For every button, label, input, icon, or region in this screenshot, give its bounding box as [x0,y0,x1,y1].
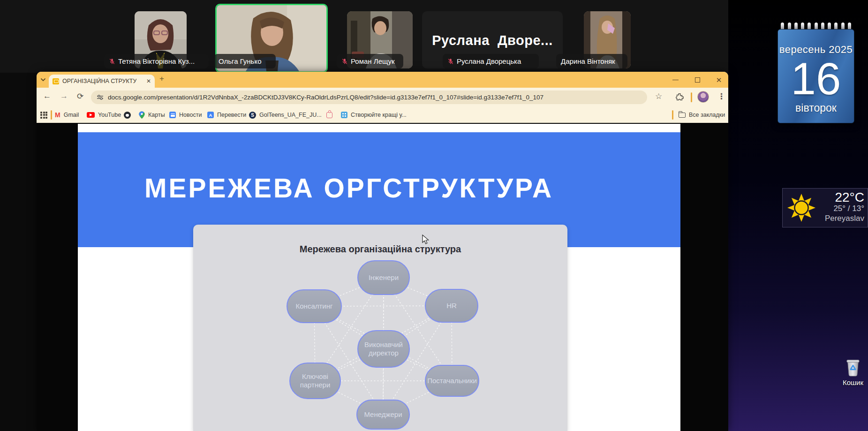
window-minimize-button[interactable] [666,72,685,88]
toolbar-separator [691,92,692,102]
weather-location: Pereyaslav [825,214,864,223]
weather-high-low: 25° / 13° [825,204,864,213]
weather-temperature: 22°C [825,190,864,204]
browser-tab-active[interactable]: ОРГАНІЗАЦІЙНА СТРУКТУРА - ✕ [49,75,155,88]
participant-name-pill: Роман Лещук [337,54,403,68]
reload-button[interactable]: ⟳ [77,91,83,101]
google-slides-favicon [53,78,59,84]
mouse-cursor [421,234,430,245]
participant-name-pill: Руслана Дворецька [443,54,539,68]
github-icon [124,112,131,119]
apps-grid-icon [40,112,47,119]
address-bar[interactable]: docs.google.com/presentation/d/1R2VdNnba… [91,91,647,104]
bookmark-create-better[interactable]: Створюйте кращі у... [341,107,407,123]
diagram-title: Мережева організаційна структура [193,244,567,255]
news-icon [169,112,176,118]
bookmark-label: Gmail [64,112,79,118]
translate-icon: A [207,112,214,118]
pink-extension-icon [326,112,332,118]
bookmark-news[interactable]: Новости [169,107,202,123]
diagram-node-managers: Менеджери [356,400,410,430]
recycle-bin-icon [845,358,861,377]
new-tab-button[interactable]: + [159,74,164,83]
bookmark-label: Перевести [217,112,246,118]
all-bookmarks-label: Все закладки [689,112,725,118]
youtube-icon [87,112,95,118]
forward-button[interactable]: → [60,91,68,101]
bookmark-label: Новости [179,112,202,118]
diagram-card: Мережева організаційна структура Інженер… [193,225,567,431]
weather-widget[interactable]: 22°C 25° / 13° Pereyaslav [782,188,868,227]
profile-avatar[interactable] [697,91,709,103]
participant-name: Дарина Вінтоняк [561,57,615,65]
bookmarks-separator [51,110,52,120]
bookmark-golteens[interactable]: S GolTeens_UA_FE_JU... [249,107,322,123]
bookmark-label: Створюйте кращі у... [351,112,407,118]
diagram-node-suppliers: Постачальники [425,365,479,397]
bookmarks-bar: M Gmail YouTube Карты Новости [37,107,728,123]
site-settings-tune-icon[interactable] [97,94,104,101]
bookmark-translate[interactable]: A Перевести [207,107,246,123]
recycle-bin-label: Кошик [839,378,867,386]
calendar-day: 16 [778,56,854,102]
bookmark-github[interactable] [124,107,131,123]
back-button[interactable]: ← [43,91,51,101]
participant-name-pill: Тетяна Вікторівна Куз... [104,54,209,68]
mic-muted-icon [109,58,115,65]
all-bookmarks-button[interactable]: Все закладки [679,107,725,123]
participant-name-pill: Ольга Гунько [214,54,276,68]
participant-display-name: Руслана Дворе... [422,33,563,48]
slide-title: МЕРЕЖЕВА ОРГСТРУКТУРА [144,173,553,204]
site-s-icon: S [249,112,256,119]
maps-pin-icon [139,111,145,119]
diagram-node-key-partners: Ключові партнери [289,363,341,399]
tab-close-icon[interactable]: ✕ [146,78,151,84]
bookmark-label: YouTube [98,112,121,118]
screen: вересень 2025 16 вівторок 22°C 25° / 13°… [0,0,868,431]
blue-dots-icon [341,112,347,118]
maximize-icon [695,77,700,83]
participant-name: Тетяна Вікторівна Куз... [118,57,195,65]
mic-muted-icon [447,58,454,65]
presentation-slide[interactable]: МЕРЕЖЕВА ОРГСТРУКТУРА [78,124,680,431]
bookmark-gmail[interactable]: M Gmail [55,107,79,123]
window-close-button[interactable]: ✕ [709,72,728,88]
desktop-background: вересень 2025 16 вівторок 22°C 25° / 13°… [728,0,868,431]
browser-window: ОРГАНІЗАЦІЙНА СТРУКТУРА - ✕ + ✕ ← → ⟳ do… [37,72,728,431]
extensions-puzzle-icon[interactable] [675,93,684,101]
browser-toolbar: ← → ⟳ docs.google.com/presentation/d/1R2… [37,88,728,107]
participant-name: Роман Лещук [351,57,395,65]
bookmark-label: Карты [148,112,165,118]
mic-muted-icon [341,58,348,65]
bookmark-youtube[interactable]: YouTube [87,107,121,123]
bookmark-pink-extension[interactable] [326,107,332,123]
diagram-node-consulting: Консалтинг [287,289,342,323]
diagram-node-engineers: Інженери [357,260,410,295]
participant-name: Руслана Дворецька [457,57,521,65]
bookmarks-separator [672,110,673,120]
bookmark-star-icon[interactable]: ☆ [655,91,662,101]
window-maximize-button[interactable] [688,72,707,88]
browser-menu-icon[interactable]: ⋮ [717,91,725,101]
calendar-weekday: вівторок [778,102,854,114]
participant-name: Ольга Гунько [219,57,262,65]
bookmark-label: GolTeens_UA_FE_JU... [259,112,322,118]
diagram-node-hr: HR [425,289,478,323]
folder-icon [679,113,686,118]
minimize-icon [672,80,679,80]
close-icon: ✕ [716,76,722,83]
participant-name-pill: Дарина Вінтоняк [556,54,627,68]
url-text: docs.google.com/presentation/d/1R2VdNnba… [108,94,543,101]
gmail-icon: M [55,111,60,119]
recycle-bin[interactable]: Кошик [839,358,867,386]
bookmark-maps[interactable]: Карты [139,107,165,123]
sun-icon [786,193,816,223]
tab-search-chevron-icon[interactable] [40,77,46,83]
diagram-node-executive-director: Виконавчий директор [357,330,410,368]
tab-title: ОРГАНІЗАЦІЙНА СТРУКТУРА - [62,78,136,84]
calendar-widget[interactable]: вересень 2025 16 вівторок [777,29,854,123]
browser-tab-strip: ОРГАНІЗАЦІЙНА СТРУКТУРА - ✕ + ✕ [37,72,728,88]
video-strip: Руслана Дворе... Тетяна Вікторівна Куз..… [0,0,728,73]
apps-grid-button[interactable] [40,107,47,123]
browser-content: МЕРЕЖЕВА ОРГСТРУКТУРА [37,123,728,431]
